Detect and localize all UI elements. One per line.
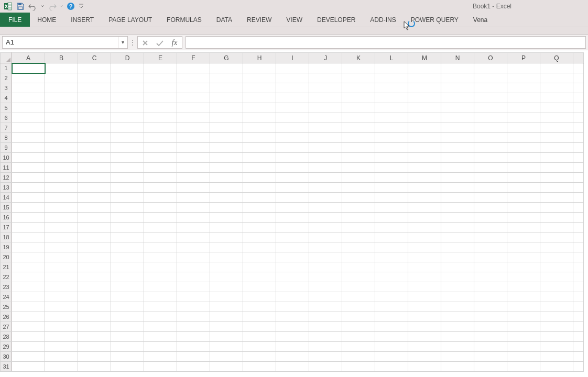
cell-F17[interactable] — [177, 223, 210, 232]
cell-partial-3[interactable] — [573, 83, 584, 93]
row-header-18[interactable]: 18 — [1, 232, 12, 242]
cell-F25[interactable] — [177, 302, 210, 312]
cell-I28[interactable] — [276, 332, 309, 342]
cell-J27[interactable] — [309, 322, 342, 332]
cell-D17[interactable] — [111, 223, 144, 232]
cell-N20[interactable] — [441, 252, 474, 262]
cell-M25[interactable] — [408, 302, 441, 312]
cell-N7[interactable] — [441, 123, 474, 133]
cell-N3[interactable] — [441, 83, 474, 93]
cell-B30[interactable] — [45, 352, 78, 362]
cell-Q15[interactable] — [540, 203, 573, 213]
cell-B14[interactable] — [45, 193, 78, 203]
cell-O30[interactable] — [474, 352, 507, 362]
cell-F12[interactable] — [177, 173, 210, 183]
cell-B5[interactable] — [45, 103, 78, 113]
cell-A22[interactable] — [12, 272, 45, 282]
cell-G15[interactable] — [210, 203, 243, 213]
row-header-22[interactable]: 22 — [1, 272, 12, 282]
cell-C22[interactable] — [78, 272, 111, 282]
tab-insert[interactable]: INSERT — [63, 13, 101, 27]
cell-J12[interactable] — [309, 173, 342, 183]
cell-J5[interactable] — [309, 103, 342, 113]
cell-E2[interactable] — [144, 73, 177, 83]
cell-H19[interactable] — [243, 242, 276, 252]
cell-G22[interactable] — [210, 272, 243, 282]
cell-Q25[interactable] — [540, 302, 573, 312]
cell-L3[interactable] — [375, 83, 408, 93]
cell-E1[interactable] — [144, 63, 177, 73]
cell-K2[interactable] — [342, 73, 375, 83]
cell-I26[interactable] — [276, 312, 309, 322]
cell-J17[interactable] — [309, 223, 342, 232]
cell-E29[interactable] — [144, 342, 177, 352]
cell-O18[interactable] — [474, 232, 507, 242]
cell-G19[interactable] — [210, 242, 243, 252]
cell-N30[interactable] — [441, 352, 474, 362]
cell-C23[interactable] — [78, 282, 111, 292]
cell-K7[interactable] — [342, 123, 375, 133]
cell-partial-16[interactable] — [573, 213, 584, 223]
cell-L13[interactable] — [375, 183, 408, 193]
cell-E12[interactable] — [144, 173, 177, 183]
cell-partial-19[interactable] — [573, 242, 584, 252]
cell-G27[interactable] — [210, 322, 243, 332]
cell-L25[interactable] — [375, 302, 408, 312]
cell-B6[interactable] — [45, 113, 78, 123]
cell-I31[interactable] — [276, 362, 309, 372]
cell-H8[interactable] — [243, 133, 276, 143]
cell-F6[interactable] — [177, 113, 210, 123]
cell-G20[interactable] — [210, 252, 243, 262]
cell-K29[interactable] — [342, 342, 375, 352]
cell-C28[interactable] — [78, 332, 111, 342]
cell-D12[interactable] — [111, 173, 144, 183]
cell-Q2[interactable] — [540, 73, 573, 83]
cell-N4[interactable] — [441, 93, 474, 103]
cell-B11[interactable] — [45, 163, 78, 173]
cell-O4[interactable] — [474, 93, 507, 103]
cell-B3[interactable] — [45, 83, 78, 93]
cell-L28[interactable] — [375, 332, 408, 342]
column-header-D[interactable]: D — [111, 53, 144, 63]
cell-C29[interactable] — [78, 342, 111, 352]
cell-P18[interactable] — [507, 232, 540, 242]
cell-P15[interactable] — [507, 203, 540, 213]
cell-Q16[interactable] — [540, 213, 573, 223]
cell-B28[interactable] — [45, 332, 78, 342]
cell-A17[interactable] — [12, 223, 45, 232]
cell-B18[interactable] — [45, 232, 78, 242]
cell-A30[interactable] — [12, 352, 45, 362]
row-header-14[interactable]: 14 — [1, 193, 12, 203]
cell-L14[interactable] — [375, 193, 408, 203]
cell-O29[interactable] — [474, 342, 507, 352]
cell-F26[interactable] — [177, 312, 210, 322]
cell-N6[interactable] — [441, 113, 474, 123]
cell-G11[interactable] — [210, 163, 243, 173]
cell-partial-9[interactable] — [573, 143, 584, 153]
cell-C24[interactable] — [78, 292, 111, 302]
cell-F13[interactable] — [177, 183, 210, 193]
cell-N1[interactable] — [441, 63, 474, 73]
row-header-6[interactable]: 6 — [1, 113, 12, 123]
column-header-Q[interactable]: Q — [540, 53, 573, 63]
cell-partial-25[interactable] — [573, 302, 584, 312]
cell-G17[interactable] — [210, 223, 243, 232]
cell-partial-1[interactable] — [573, 63, 584, 73]
cell-H7[interactable] — [243, 123, 276, 133]
cell-O16[interactable] — [474, 213, 507, 223]
cell-H24[interactable] — [243, 292, 276, 302]
help-icon[interactable]: ? — [65, 1, 77, 12]
cell-C18[interactable] — [78, 232, 111, 242]
cell-G1[interactable] — [210, 63, 243, 73]
cell-C6[interactable] — [78, 113, 111, 123]
cell-F16[interactable] — [177, 213, 210, 223]
cell-A8[interactable] — [12, 133, 45, 143]
cell-L12[interactable] — [375, 173, 408, 183]
cell-C30[interactable] — [78, 352, 111, 362]
cell-partial-30[interactable] — [573, 352, 584, 362]
row-header-5[interactable]: 5 — [1, 103, 12, 113]
cell-A2[interactable] — [12, 73, 45, 83]
cell-B19[interactable] — [45, 242, 78, 252]
cell-partial-6[interactable] — [573, 113, 584, 123]
cell-P19[interactable] — [507, 242, 540, 252]
